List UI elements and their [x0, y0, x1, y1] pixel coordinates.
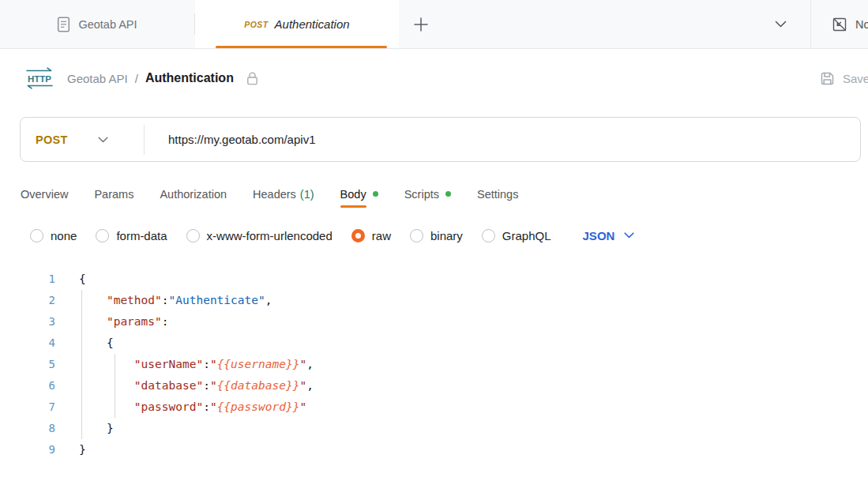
line-number: 6 — [0, 375, 55, 396]
tab-label: Geotab API — [78, 18, 137, 31]
request-tab-bar: Geotab API POST Authentication — [0, 0, 868, 49]
headers-count-badge: (1) — [300, 188, 314, 201]
line-number: 3 — [0, 311, 55, 333]
radio-raw-selected[interactable]: raw — [351, 229, 391, 242]
language-dropdown[interactable]: JSON — [583, 229, 635, 242]
svg-text:HTTP: HTTP — [28, 74, 51, 84]
chevron-down-icon — [775, 21, 787, 28]
chevron-down-icon — [624, 232, 634, 239]
tabbar-spacer — [429, 0, 775, 48]
request-url-bar: POST — [20, 117, 861, 162]
code-line[interactable]: 4 { — [0, 333, 868, 354]
code-line[interactable]: 1{ — [0, 269, 868, 290]
document-icon — [57, 17, 70, 32]
new-tab-button[interactable] — [413, 0, 429, 48]
body-type-selector: none form-data x-www-form-urlencoded raw… — [30, 224, 634, 247]
scripts-modified-dot — [445, 191, 451, 197]
tab-list-dropdown-button[interactable] — [775, 0, 787, 48]
request-section-tabs: Overview Params Authorization Headers (1… — [21, 178, 544, 209]
line-number: 1 — [0, 269, 55, 290]
app-window: Geotab API POST Authentication — [0, 0, 868, 481]
radio-circle[interactable] — [96, 229, 109, 242]
body-modified-dot — [373, 191, 378, 197]
breadcrumb-collection[interactable]: Geotab API — [67, 72, 128, 85]
http-request-icon: HTTP — [24, 67, 55, 89]
save-icon — [819, 70, 836, 87]
environment-label: No Environment — [855, 18, 868, 31]
code-line[interactable]: 3 "params": — [0, 311, 868, 333]
lock-icon — [246, 71, 259, 86]
breadcrumb-separator: / — [135, 72, 138, 85]
code-line[interactable]: 6 "database":"{{database}}", — [0, 375, 868, 396]
line-number: 9 — [0, 439, 55, 460]
radio-circle[interactable] — [186, 229, 200, 242]
radio-form-data[interactable]: form-data — [96, 229, 167, 242]
tab-settings[interactable]: Settings — [477, 178, 518, 209]
breadcrumb-request-name[interactable]: Authentication — [145, 71, 234, 85]
tab-scripts[interactable]: Scripts — [404, 178, 451, 209]
method-label: POST — [36, 133, 68, 146]
radio-circle-selected[interactable] — [351, 229, 365, 242]
line-number: 4 — [0, 333, 55, 354]
language-label: JSON — [583, 229, 615, 242]
tab-params[interactable]: Params — [94, 178, 133, 209]
code-line[interactable]: 8 } — [0, 418, 868, 439]
indent-guide — [81, 290, 82, 439]
radio-circle[interactable] — [30, 229, 43, 242]
radio-none[interactable]: none — [30, 229, 77, 242]
method-dropdown[interactable]: POST — [21, 118, 144, 161]
indent-guide — [115, 354, 115, 418]
save-label: Save — [843, 72, 868, 85]
radio-circle[interactable] — [482, 229, 495, 242]
no-environment-icon — [831, 16, 848, 33]
code-line[interactable]: 5 "userName":"{{username}}", — [0, 354, 868, 375]
radio-binary[interactable]: binary — [410, 229, 463, 242]
plus-icon — [413, 17, 429, 32]
line-number: 2 — [0, 290, 55, 311]
tab-body[interactable]: Body — [340, 178, 378, 209]
body-code-editor[interactable]: 1{2 "method":"Authenticate",3 "params":4… — [0, 261, 868, 481]
tab-authentication-active[interactable]: POST Authentication — [195, 0, 399, 48]
breadcrumb: HTTP Geotab API / Authentication — [0, 50, 868, 107]
radio-graphql[interactable]: GraphQL — [482, 229, 551, 242]
code-line[interactable]: 2 "method":"Authenticate", — [0, 290, 868, 311]
code-line[interactable]: 7 "password":"{{password}}" — [0, 396, 868, 418]
line-number: 7 — [0, 396, 55, 418]
code-line[interactable]: 9} — [0, 439, 868, 460]
tab-geotab-api[interactable]: Geotab API — [0, 0, 194, 48]
tab-method-badge: POST — [244, 20, 268, 29]
tab-headers[interactable]: Headers (1) — [253, 178, 314, 209]
code-lines: 1{2 "method":"Authenticate",3 "params":4… — [0, 269, 868, 460]
chevron-down-icon — [98, 137, 108, 143]
url-input[interactable] — [145, 118, 860, 161]
line-number: 5 — [0, 354, 55, 375]
tab-overview[interactable]: Overview — [21, 178, 68, 209]
radio-circle[interactable] — [410, 229, 423, 242]
save-button[interactable]: Save — [819, 50, 868, 107]
radio-x-www-form-urlencoded[interactable]: x-www-form-urlencoded — [186, 229, 333, 242]
line-number: 8 — [0, 418, 55, 439]
tab-label: Authentication — [275, 17, 350, 31]
tab-authorization[interactable]: Authorization — [160, 178, 227, 209]
environment-selector[interactable]: No Environment — [811, 0, 868, 48]
